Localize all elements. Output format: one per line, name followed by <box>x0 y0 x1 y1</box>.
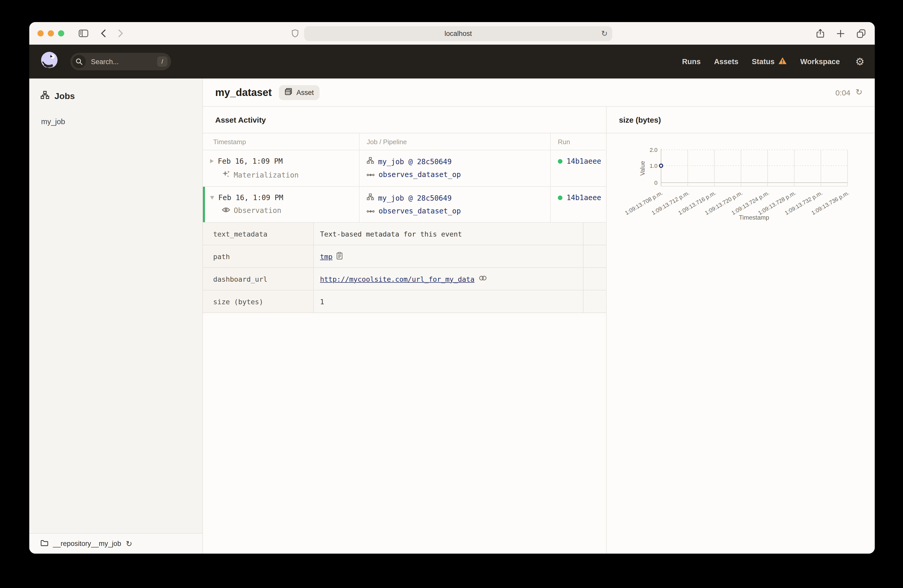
run-status-dot <box>558 195 562 200</box>
path-value-link[interactable]: tmp <box>320 252 333 260</box>
browser-window: localhost ↻ <box>29 22 875 554</box>
search-icon <box>72 55 86 68</box>
repository-reload-icon[interactable]: ↻ <box>126 540 132 547</box>
jobs-icon <box>41 91 49 102</box>
metadata-key: path <box>203 245 313 267</box>
metadata-key: text_metadata <box>203 223 313 245</box>
job-link[interactable]: my_job @ 28c50649 <box>378 194 452 202</box>
op-graph-icon <box>367 207 374 215</box>
traffic-light-minimize[interactable] <box>48 30 54 36</box>
traffic-light-close[interactable] <box>38 30 44 36</box>
selected-row-indicator <box>203 187 205 222</box>
y-axis-label: Value <box>639 161 646 176</box>
job-icon <box>367 157 374 166</box>
metadata-row: dashboard_url http://mycoolsite.com/url_… <box>203 268 606 290</box>
event-metadata-table: text_metadata Text-based metadata for th… <box>203 223 606 313</box>
nav-workspace[interactable]: Workspace <box>800 58 840 66</box>
repository-footer: __repository__my_job ↻ <box>29 533 202 554</box>
main-content: my_dataset Asset <box>203 78 875 554</box>
address-bar[interactable]: localhost ↻ <box>304 26 612 41</box>
run-link[interactable]: 14b1aeee <box>566 157 601 165</box>
sidebar-toggle-icon[interactable] <box>79 29 88 38</box>
jobs-section-title: Jobs <box>55 91 75 102</box>
metadata-key: dashboard_url <box>203 268 313 290</box>
activity-table-header: Timestamp Job / Pipeline Run <box>203 133 606 151</box>
asset-activity-title: Asset Activity <box>203 107 606 133</box>
screen: localhost ↻ <box>0 0 903 588</box>
run-link[interactable]: 14b1aeee <box>566 193 601 202</box>
event-type: Observation <box>234 206 281 215</box>
search-shortcut-key: / <box>157 56 167 67</box>
dagster-logo[interactable] <box>39 51 59 72</box>
forward-button-icon[interactable] <box>118 29 123 38</box>
top-nav: Runs Assets Status Workspace ⚙ <box>682 56 864 67</box>
address-bar-url: localhost <box>445 30 472 37</box>
traffic-light-zoom[interactable] <box>58 30 64 36</box>
y-tick-1: 1.0 <box>650 163 658 169</box>
y-tick-0: 0 <box>654 180 658 186</box>
search-input[interactable]: Search... / <box>70 53 171 70</box>
app-header: Search... / Runs Assets Status Wo <box>29 45 875 78</box>
size-bytes-chart: 2.0 1.0 0 Value Timestamp 1:09:13.708 p.… <box>607 133 874 231</box>
refresh-icon[interactable]: ↻ <box>856 88 862 96</box>
asset-activity-panel: Asset Activity Timestamp Job / Pipeline … <box>203 107 607 554</box>
search-placeholder: Search... <box>91 58 157 66</box>
metadata-row: path tmp <box>203 245 606 268</box>
y-tick-2: 2.0 <box>650 147 658 153</box>
refresh-timer: 0:04 <box>835 88 850 97</box>
job-icon <box>367 193 374 202</box>
folder-icon <box>41 539 48 548</box>
shield-icon[interactable] <box>292 29 299 38</box>
table-row-materialization: Feb 16, 1:09 PM <box>203 151 606 187</box>
job-link[interactable]: my_job @ 28c50649 <box>378 157 452 165</box>
asset-title-bar: my_dataset Asset <box>203 78 875 107</box>
op-link[interactable]: observes_dataset_op <box>379 207 461 215</box>
materialization-icon <box>222 170 230 180</box>
left-sidebar: Jobs my_job __repository__my_job ↻ <box>29 78 203 554</box>
table-row-observation: Feb 16, 1:09 PM Observ <box>203 187 606 223</box>
metadata-value: Text-based metadata for this event <box>320 230 462 238</box>
x-axis-label: Timestamp <box>739 214 769 221</box>
nav-assets[interactable]: Assets <box>714 58 738 66</box>
nav-status[interactable]: Status <box>752 57 787 66</box>
dashboard-url-link[interactable]: http://mycoolsite.com/url_for_my_data <box>320 275 474 283</box>
metadata-row: size (bytes) 1 <box>203 290 606 313</box>
page-title: my_dataset <box>215 86 272 98</box>
op-link[interactable]: observes_dataset_op <box>379 170 461 179</box>
event-type: Materialization <box>234 171 299 179</box>
new-tab-icon[interactable] <box>837 30 845 37</box>
sidebar-item-my-job[interactable]: my_job <box>29 118 202 126</box>
nav-runs[interactable]: Runs <box>682 58 701 66</box>
col-header-timestamp: Timestamp <box>203 133 359 150</box>
copy-clipboard-icon[interactable] <box>337 252 343 261</box>
external-link-icon[interactable] <box>478 275 487 283</box>
data-point <box>659 164 663 168</box>
run-status-dot <box>558 159 562 163</box>
page-reload-icon[interactable]: ↻ <box>601 30 608 37</box>
asset-table-icon <box>285 88 293 97</box>
metadata-plot-panel: size (bytes) <box>607 107 875 554</box>
jobs-section-header: Jobs <box>29 91 202 102</box>
chart-title: size (bytes) <box>607 107 875 133</box>
observation-eye-icon <box>222 206 230 215</box>
share-icon[interactable] <box>816 29 824 38</box>
col-header-run: Run <box>550 133 606 150</box>
op-graph-icon <box>367 170 374 179</box>
event-timestamp: Feb 16, 1:09 PM <box>218 193 283 202</box>
asset-badge-label: Asset <box>296 88 314 96</box>
expand-caret-icon[interactable] <box>210 159 214 163</box>
tab-overview-icon[interactable] <box>857 29 865 38</box>
event-timestamp: Feb 16, 1:09 PM <box>218 157 283 165</box>
back-button-icon[interactable] <box>101 29 106 38</box>
col-header-job: Job / Pipeline <box>359 133 550 150</box>
asset-badge: Asset <box>279 85 319 100</box>
metadata-value: 1 <box>320 297 324 306</box>
browser-chrome: localhost ↻ <box>29 22 875 45</box>
collapse-caret-icon[interactable] <box>210 196 214 199</box>
repository-name: __repository__my_job <box>53 540 121 547</box>
metadata-key: size (bytes) <box>203 290 313 312</box>
metadata-row: text_metadata Text-based metadata for th… <box>203 223 606 245</box>
settings-gear-icon[interactable]: ⚙ <box>855 56 864 67</box>
warning-triangle-icon <box>778 57 787 66</box>
